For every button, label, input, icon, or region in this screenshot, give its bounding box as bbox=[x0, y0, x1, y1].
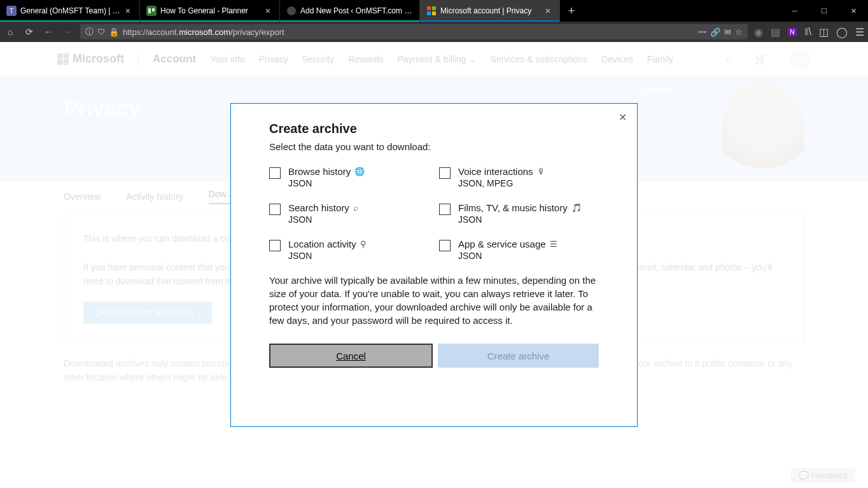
extension-icon[interactable]: ◉ bbox=[754, 26, 763, 38]
checkbox-location-activity[interactable] bbox=[269, 240, 281, 251]
browser-tab-2[interactable]: Add New Post ‹ OnMSFT.com — W bbox=[280, 0, 420, 22]
option-label: App & service usage☰ bbox=[458, 239, 557, 249]
list-icon: ☰ bbox=[550, 239, 557, 249]
option-location-activity: Location activity⚲ JSON bbox=[269, 239, 429, 261]
option-format: JSON, MPEG bbox=[458, 178, 545, 188]
option-format: JSON bbox=[458, 251, 557, 261]
option-format: JSON bbox=[458, 214, 582, 225]
svg-text:T: T bbox=[10, 8, 13, 15]
option-label: Films, TV, & music history🎵 bbox=[458, 202, 582, 213]
create-archive-modal: ✕ Create archive Select the data you wan… bbox=[230, 103, 638, 427]
options-grid: Browse history🌐 JSON Voice interactions🎙… bbox=[269, 166, 599, 261]
browser-tab-3[interactable]: Microsoft account | Privacy × bbox=[420, 0, 560, 22]
cancel-button[interactable]: Cancel bbox=[269, 344, 433, 368]
extension-icon[interactable]: ▤ bbox=[771, 26, 780, 38]
url-text: https://account.microsoft.com/privacy/ex… bbox=[123, 27, 284, 37]
option-format: JSON bbox=[288, 251, 367, 261]
option-voice-interactions: Voice interactions🎙 JSON, MPEG bbox=[439, 166, 599, 188]
tab-title: How To General - Planner bbox=[160, 6, 263, 15]
tab-title: Add New Post ‹ OnMSFT.com — W bbox=[300, 6, 413, 15]
modal-info-text: Your archive will typically be available… bbox=[269, 274, 599, 327]
maximize-button[interactable]: ☐ bbox=[809, 0, 839, 22]
location-icon: ⚲ bbox=[360, 239, 367, 249]
reload-icon[interactable]: ⟳ bbox=[23, 27, 36, 37]
svg-rect-9 bbox=[432, 11, 436, 15]
create-archive-button[interactable]: Create archive bbox=[438, 344, 599, 368]
svg-rect-2 bbox=[146, 6, 157, 16]
lock-icon: 🔒 bbox=[109, 27, 119, 37]
browser-tab-0[interactable]: T General (OnMSFT Team) | Micr × bbox=[0, 0, 140, 22]
modal-subtitle: Select the data you want to download: bbox=[269, 141, 599, 152]
sidebar-icon[interactable]: ◫ bbox=[819, 26, 829, 38]
modal-title: Create archive bbox=[269, 122, 599, 136]
account-icon[interactable]: ◯ bbox=[836, 26, 848, 38]
svg-rect-7 bbox=[432, 6, 436, 10]
back-icon[interactable]: ← bbox=[42, 27, 55, 37]
menu-icon[interactable]: ☰ bbox=[855, 26, 864, 38]
planner-icon bbox=[146, 6, 157, 16]
option-label: Search history⌕ bbox=[288, 202, 358, 213]
browser-tab-strip: T General (OnMSFT Team) | Micr × How To … bbox=[0, 0, 868, 22]
shield-icon[interactable]: 🛡 bbox=[97, 27, 105, 36]
teams-icon: T bbox=[6, 6, 17, 16]
checkbox-app-service-usage[interactable] bbox=[439, 240, 451, 251]
address-bar[interactable]: ⓘ 🛡 🔒 https://account.microsoft.com/priv… bbox=[80, 24, 748, 39]
checkbox-films-tv-music[interactable] bbox=[439, 204, 451, 215]
home-icon[interactable]: ⌂ bbox=[4, 27, 17, 37]
option-browse-history: Browse history🌐 JSON bbox=[269, 166, 429, 188]
close-icon[interactable]: × bbox=[123, 6, 133, 16]
search-icon: ⌕ bbox=[353, 203, 358, 213]
more-icon[interactable]: ••• bbox=[698, 27, 707, 37]
link-icon[interactable]: 🔗 bbox=[710, 27, 720, 37]
svg-point-5 bbox=[287, 6, 296, 15]
library-icon[interactable]: ⦀\ bbox=[804, 26, 811, 38]
option-films-tv-music: Films, TV, & music history🎵 JSON bbox=[439, 202, 599, 225]
option-label: Browse history🌐 bbox=[288, 166, 365, 177]
option-label: Location activity⚲ bbox=[288, 239, 367, 249]
mail-icon[interactable]: ✉ bbox=[724, 27, 731, 37]
svg-rect-8 bbox=[427, 11, 431, 15]
option-app-service-usage: App & service usage☰ JSON bbox=[439, 239, 599, 261]
option-format: JSON bbox=[288, 214, 358, 225]
close-icon[interactable]: ✕ bbox=[619, 111, 627, 123]
modal-buttons: Cancel Create archive bbox=[269, 344, 599, 368]
svg-rect-6 bbox=[427, 6, 431, 10]
svg-rect-3 bbox=[148, 8, 151, 13]
browser-tab-1[interactable]: How To General - Planner × bbox=[140, 0, 280, 22]
microsoft-icon bbox=[426, 6, 437, 16]
mic-icon: 🎙 bbox=[537, 167, 545, 176]
new-tab-button[interactable]: + bbox=[560, 0, 583, 22]
tab-title: Microsoft account | Privacy bbox=[440, 6, 543, 15]
option-label: Voice interactions🎙 bbox=[458, 166, 545, 177]
svg-rect-4 bbox=[152, 8, 155, 11]
option-format: JSON bbox=[288, 178, 365, 188]
close-window-button[interactable]: ✕ bbox=[839, 0, 868, 22]
minimize-button[interactable]: ─ bbox=[780, 0, 809, 22]
star-icon[interactable]: ☆ bbox=[735, 27, 743, 37]
checkbox-browse-history[interactable] bbox=[269, 167, 281, 179]
close-icon[interactable]: × bbox=[263, 6, 273, 16]
checkbox-search-history[interactable] bbox=[269, 204, 281, 215]
close-icon[interactable]: × bbox=[543, 6, 553, 16]
checkbox-voice-interactions[interactable] bbox=[439, 167, 451, 179]
onenote-icon[interactable]: N bbox=[788, 28, 796, 36]
browser-toolbar: ⌂ ⟳ ← → ⓘ 🛡 🔒 https://account.microsoft.… bbox=[0, 22, 868, 42]
forward-icon[interactable]: → bbox=[61, 27, 74, 37]
option-search-history: Search history⌕ JSON bbox=[269, 202, 429, 225]
media-icon: 🎵 bbox=[571, 203, 582, 213]
info-icon[interactable]: ⓘ bbox=[85, 26, 94, 38]
toolbar-extensions: ◉ ▤ N ⦀\ ◫ ◯ ☰ bbox=[754, 26, 864, 38]
tab-title: General (OnMSFT Team) | Micr bbox=[20, 6, 123, 15]
globe-icon: 🌐 bbox=[354, 167, 365, 176]
wordpress-icon bbox=[286, 6, 297, 16]
